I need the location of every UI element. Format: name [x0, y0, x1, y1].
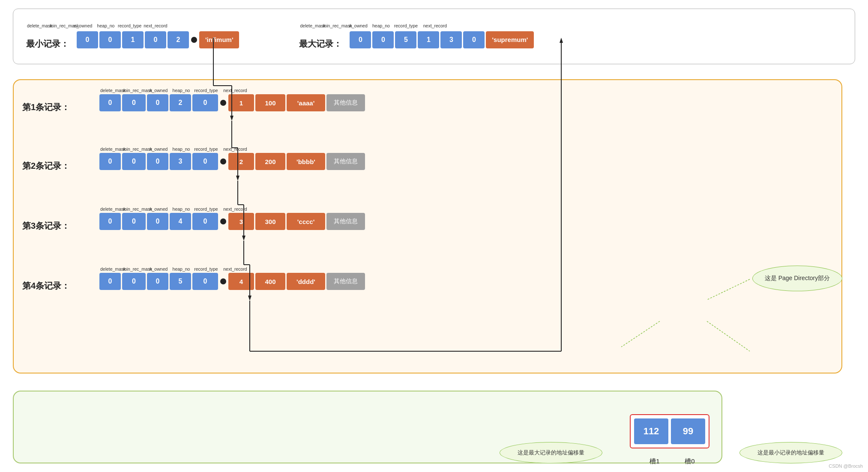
main-container: delete_mask min_rec_mask n_owned heap_no… — [0, 0, 868, 472]
r2-d1: 200 — [255, 153, 285, 170]
slot-labels: 槽1 槽0 — [635, 457, 709, 466]
min-cell-4: 2 — [168, 31, 189, 48]
record1-data: 0 0 0 2 0 1 100 'aaaa' 其他信息 — [99, 94, 365, 111]
record3-col-labels: delete_mask min_rec_mask n_owned heap_no… — [99, 206, 365, 212]
slot0-value: 99 — [671, 418, 705, 444]
record3-data: 0 0 0 4 0 3 300 'cccc' 其他信息 — [99, 213, 365, 230]
min-cell-0: 0 — [77, 31, 98, 48]
max-col-nowned: n_owned — [347, 23, 369, 28]
max-col-delete: delete_mask — [300, 23, 321, 28]
r2-d0: 2 — [228, 153, 254, 170]
min-record-row: 0 0 1 0 2 'infimum' — [77, 31, 239, 48]
r2-c1: 0 — [122, 153, 146, 170]
r2-dot — [220, 158, 226, 164]
middle-section: 第1条记录： delete_mask min_rec_mask n_owned … — [13, 79, 842, 373]
bottom-section — [13, 391, 722, 463]
max-col-heapno: heap_no — [370, 23, 392, 28]
record2-data: 0 0 0 3 0 2 200 'bbbb' 其他信息 — [99, 153, 365, 170]
max-record-label: 最大记录： — [299, 38, 342, 50]
record4-label: 第4条记录： — [22, 280, 70, 292]
r1-c1: 0 — [122, 94, 146, 111]
max-record-group: delete_mask min_rec_mask n_owned heap_no… — [299, 23, 534, 50]
max-col-minrec: min_rec_mask — [323, 23, 346, 28]
r2-d2: 'bbbb' — [287, 153, 325, 170]
r1-dot — [220, 100, 226, 106]
slot1-label: 槽1 — [638, 457, 671, 466]
r3-dot — [220, 218, 226, 224]
record4-data: 0 0 0 5 0 4 400 'dddd' 其他信息 — [99, 273, 365, 290]
r3-d2: 'cccc' — [287, 213, 325, 230]
watermark: CSDN @Brocsh — [829, 463, 863, 469]
r2-c3: 3 — [170, 153, 191, 170]
max-address-ellipse: 这是最大记录的地址偏移量 — [500, 442, 602, 463]
r4-c2: 0 — [147, 273, 168, 290]
max-col-nextrec: next_record — [420, 23, 450, 28]
r1-c0: 0 — [99, 94, 121, 111]
max-cell-1: 0 — [372, 31, 394, 48]
max-col-rectype: record_type — [393, 23, 419, 28]
min-col-nextrec: next_record — [141, 23, 171, 28]
r2-c2: 0 — [147, 153, 168, 170]
r4-c3: 5 — [170, 273, 191, 290]
r3-other: 其他信息 — [326, 213, 365, 230]
r4-c4: 0 — [192, 273, 218, 290]
page-dir-box: 112 99 — [630, 414, 709, 448]
max-cell-4: 3 — [440, 31, 462, 48]
r3-d0: 3 — [228, 213, 254, 230]
max-cell-0: 0 — [350, 31, 371, 48]
r4-dot — [220, 278, 226, 284]
min-col-labels: delete_mask min_rec_mask n_owned heap_no… — [26, 23, 171, 28]
r1-d0: 1 — [228, 94, 254, 111]
min-col-rectype: record_type — [118, 23, 139, 28]
record2-label: 第2条记录： — [22, 160, 70, 172]
min-col-minrec: min_rec_mask — [50, 23, 71, 28]
min-col-delete: delete_mask — [27, 23, 48, 28]
r4-c0: 0 — [99, 273, 121, 290]
max-orange: 'supremum' — [486, 31, 534, 48]
r1-d1: 100 — [255, 94, 285, 111]
record2-col-labels: delete_mask min_rec_mask n_owned heap_no… — [99, 146, 365, 152]
r3-c4: 0 — [192, 213, 218, 230]
r4-c1: 0 — [122, 273, 146, 290]
top-section: delete_mask min_rec_mask n_owned heap_no… — [13, 9, 855, 64]
r4-d1: 400 — [255, 273, 285, 290]
r4-d2: 'dddd' — [287, 273, 325, 290]
slot0-label: 槽0 — [673, 457, 706, 466]
r4-d0: 4 — [228, 273, 254, 290]
r3-c3: 4 — [170, 213, 191, 230]
max-col-labels: delete_mask min_rec_mask n_owned heap_no… — [299, 23, 450, 28]
min-col-heapno: heap_no — [95, 23, 117, 28]
min-orange: 'infimum' — [199, 31, 239, 48]
record1-label: 第1条记录： — [22, 102, 70, 113]
min-record-label: 最小记录： — [26, 38, 69, 50]
min-cell-2: 1 — [122, 31, 144, 48]
max-record-row: 0 0 5 1 3 0 'supremum' — [350, 31, 534, 48]
min-cell-3: 0 — [145, 31, 166, 48]
max-cell-2: 5 — [395, 31, 416, 48]
min-address-ellipse: 这是最小记录的地址偏移量 — [739, 442, 842, 463]
min-dot — [191, 37, 197, 43]
record4-col-labels: delete_mask min_rec_mask n_owned heap_no… — [99, 266, 365, 272]
record1-col-labels: delete_mask min_rec_mask n_owned heap_no… — [99, 88, 365, 93]
min-record-group: delete_mask min_rec_mask n_owned heap_no… — [26, 23, 239, 50]
page-directory-ellipse: 这是 Page Directory部分 — [752, 266, 842, 291]
r2-c0: 0 — [99, 153, 121, 170]
min-cell-1: 0 — [99, 31, 121, 48]
slot1-value: 112 — [634, 418, 668, 444]
record3-label: 第3条记录： — [22, 220, 70, 232]
r3-d1: 300 — [255, 213, 285, 230]
r1-other: 其他信息 — [326, 94, 365, 111]
r1-d2: 'aaaa' — [287, 94, 325, 111]
r3-c2: 0 — [147, 213, 168, 230]
r1-c4: 0 — [192, 94, 218, 111]
max-cell-3: 1 — [418, 31, 439, 48]
r1-c3: 2 — [170, 94, 191, 111]
r3-c1: 0 — [122, 213, 146, 230]
r2-c4: 0 — [192, 153, 218, 170]
r3-c0: 0 — [99, 213, 121, 230]
max-cell-5: 0 — [463, 31, 485, 48]
min-col-nowned: n_owned — [72, 23, 94, 28]
r1-c2: 0 — [147, 94, 168, 111]
r4-other: 其他信息 — [326, 273, 365, 290]
r2-other: 其他信息 — [326, 153, 365, 170]
